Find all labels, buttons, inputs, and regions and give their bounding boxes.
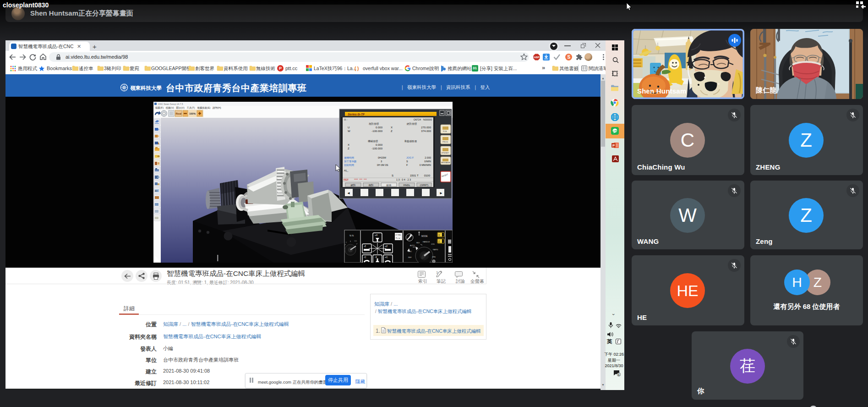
svg-text:絕對座標: 絕對座標 <box>406 122 417 126</box>
svg-text:0H15M: 0H15M <box>378 156 386 159</box>
svg-text:X: X <box>391 126 393 129</box>
svg-text:HANDLE: HANDLE <box>423 241 430 243</box>
svg-text:機械座標: 機械座標 <box>368 140 378 143</box>
svg-text:% %: % % <box>349 235 354 237</box>
svg-text:檔案(F) 視圖(V) 顯示(V) 工具(T): 檔案(F) 視圖(V) 顯示(V) 工具(T) 電腦系統(E) 說明(H) <box>155 106 221 110</box>
svg-text:綜合: 綜合 <box>386 184 392 187</box>
svg-text:CNC Swan Setup 14.7.5: CNC Swan Setup 14.7.5 <box>158 103 183 105</box>
svg-text:**** *** ***: **** *** *** <box>354 178 367 181</box>
svg-text:OT REL: OT REL <box>395 234 401 236</box>
svg-text:REF: REF <box>408 257 412 258</box>
svg-text:100: 100 <box>354 240 357 242</box>
svg-text:ZRN: ZRN <box>432 256 436 258</box>
svg-text:相對: 相對 <box>369 184 374 187</box>
svg-text:-Z: -Z <box>364 245 366 248</box>
svg-text:W: W <box>348 130 350 132</box>
svg-text:AUTO: AUTO <box>410 245 415 247</box>
svg-text:RAPID: RAPID <box>433 249 438 251</box>
svg-text:◄: ◄ <box>347 191 350 195</box>
svg-text:-100.000: -100.000 <box>371 147 382 150</box>
svg-text:1501 T: 1501 T <box>410 174 419 177</box>
svg-text:運轉時間: 運轉時間 <box>344 156 354 160</box>
svg-text:0H 0M 0S: 0H 0M 0S <box>377 164 388 166</box>
svg-text:U: U <box>348 126 349 129</box>
svg-text:( ): ( ) <box>355 66 359 71</box>
svg-text:1 3 : 0 4 : 2 3: 1 3 : 0 4 : 2 3 <box>396 178 411 181</box>
svg-text:+X: +X <box>375 234 378 236</box>
svg-text:S: S <box>392 174 393 177</box>
svg-text:LINE: LINE <box>613 130 617 132</box>
svg-text:Z: Z <box>348 147 349 150</box>
svg-text:HNDL: HNDL <box>404 184 410 187</box>
svg-text:X: X <box>348 143 349 146</box>
svg-text:P: P <box>612 143 615 148</box>
svg-text:Real: Real <box>176 112 182 115</box>
svg-text:3: 3 <box>436 271 438 274</box>
svg-text:REF: REF <box>344 178 349 181</box>
svg-text:絕對: 絕對 <box>350 184 356 187</box>
svg-text:O6724 N00000: O6724 N00000 <box>414 118 432 121</box>
svg-text:JOG F: JOG F <box>406 156 414 159</box>
svg-text:⊞ ⌐: ⊞ ⌐ <box>344 118 348 121</box>
svg-text:100%: 100% <box>189 112 196 115</box>
svg-text:剩餘移動量: 剩餘移動量 <box>404 140 417 143</box>
svg-text:0.000: 0.000 <box>376 143 383 146</box>
svg-text:OFS/SET: OFS/SET <box>441 152 449 154</box>
svg-text:-C: -C <box>364 256 366 258</box>
svg-text:AW: AW <box>155 190 158 192</box>
svg-text:MDI: MDI <box>416 242 420 244</box>
svg-text:2.000: 2.000 <box>425 156 431 159</box>
svg-text:0/MIN: 0/MIN <box>424 160 431 163</box>
svg-text:Series 0i-TF: Series 0i-TF <box>348 113 365 116</box>
svg-text:加工零件數: 加工零件數 <box>344 160 357 163</box>
svg-text:相對座標: 相對座標 <box>369 122 379 126</box>
svg-text:0: 0 <box>346 242 347 243</box>
svg-text:POS: POS <box>443 130 447 132</box>
svg-text:MESSAGE: MESSAGE <box>441 161 450 164</box>
svg-text:374.000: 374.000 <box>421 130 431 132</box>
svg-text:MODE: MODE <box>421 235 428 237</box>
svg-text:ABP: ABP <box>534 56 540 59</box>
svg-text:+C: +C <box>385 256 388 258</box>
svg-text:0 MM/MIN: 0 MM/MIN <box>420 164 431 166</box>
svg-text:270.000: 270.000 <box>421 126 431 129</box>
svg-text:3: 3 <box>381 160 382 163</box>
svg-text:⇱+⇲: ⇱+⇲ <box>396 237 400 239</box>
svg-text:0.000: 0.000 <box>376 126 383 129</box>
svg-text:Z: Z <box>391 130 393 132</box>
svg-text:+Z: +Z <box>385 245 388 248</box>
svg-text:-X: -X <box>375 256 377 258</box>
svg-text:-100.000: -100.000 <box>371 130 382 132</box>
svg-text:JOG: JOG <box>431 243 435 245</box>
svg-text:切削時間: 切削時間 <box>344 164 354 167</box>
svg-text:Z: Z <box>438 240 440 243</box>
svg-text:►: ► <box>439 191 443 195</box>
svg-text:S: S <box>406 160 408 163</box>
svg-text:PROG: PROG <box>442 141 448 143</box>
svg-text:(OPRT): (OPRT) <box>420 184 429 187</box>
svg-text:A)_: A)_ <box>344 169 349 172</box>
svg-text:0100: 0100 <box>424 174 431 177</box>
svg-text:6: 6 <box>618 373 620 376</box>
